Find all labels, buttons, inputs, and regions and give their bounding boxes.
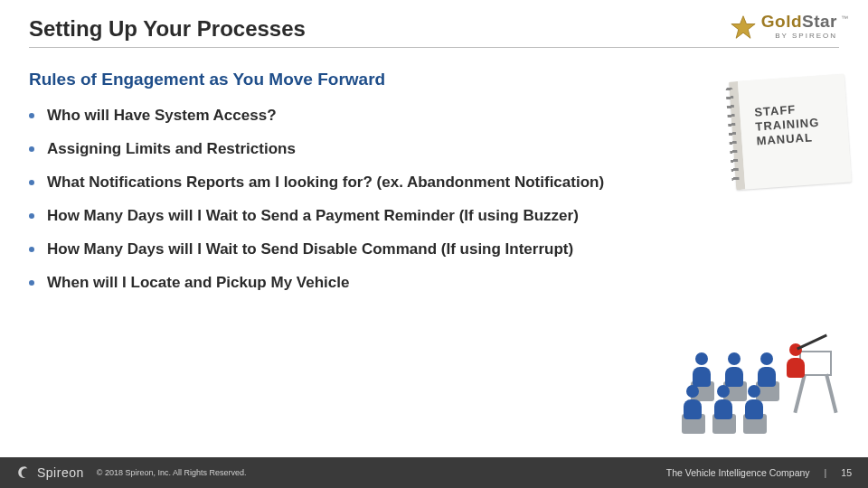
- manual-label: MANUAL: [756, 130, 813, 147]
- bullet-icon: [29, 113, 34, 118]
- slide-title: Setting Up Your Processes: [29, 16, 839, 42]
- list-item: What Notifications Reports am I looking …: [29, 173, 839, 193]
- bullet-text: Assigning Limits and Restrictions: [47, 139, 296, 160]
- svg-marker-0: [731, 16, 755, 39]
- bullet-icon: [29, 180, 34, 185]
- person-icon: [756, 352, 778, 392]
- bullet-text: What Notifications Reports am I looking …: [47, 173, 604, 193]
- footer-separator: |: [825, 467, 827, 478]
- bullet-list: Who will Have System Access? Assigning L…: [29, 106, 839, 294]
- bullet-icon: [29, 280, 34, 286]
- header-divider: [29, 47, 839, 48]
- footer: Spireon © 2018 Spireon, Inc. All Rights …: [0, 457, 868, 488]
- bullet-text: How Many Days will I Wait to Send Disabl…: [47, 239, 573, 260]
- list-item: How Many Days will I Wait to Send a Paym…: [29, 206, 839, 227]
- brand-wordmark: GoldStar: [761, 13, 837, 30]
- classroom-image: [676, 296, 848, 441]
- list-item: Who will Have System Access?: [29, 106, 839, 127]
- header: Setting Up Your Processes GoldStar BY SP…: [0, 0, 868, 55]
- list-item: Assigning Limits and Restrictions: [29, 139, 839, 160]
- brand-byline: BY SPIREON: [761, 33, 837, 40]
- footer-brand: Spireon: [37, 465, 84, 480]
- bullet-icon: [29, 213, 34, 219]
- star-icon: [731, 14, 756, 40]
- training-manual-image: STAFF TRAINING MANUAL: [729, 74, 852, 191]
- page-number: 15: [841, 467, 852, 478]
- bullet-text: When will I Locate and Pickup My Vehicle: [47, 273, 349, 294]
- bullet-icon: [29, 247, 34, 252]
- slide: Setting Up Your Processes GoldStar BY SP…: [0, 0, 868, 488]
- person-icon: [723, 352, 745, 392]
- trademark-symbol: ™: [841, 14, 848, 23]
- list-item: When will I Locate and Pickup My Vehicle: [29, 273, 839, 294]
- bullet-icon: [29, 146, 34, 152]
- bullet-text: How Many Days will I Wait to Send a Paym…: [47, 206, 579, 227]
- brand-logo: GoldStar BY SPIREON ™: [731, 13, 848, 40]
- bullet-text: Who will Have System Access?: [47, 106, 277, 127]
- footer-tagline: The Vehicle Intelligence Company: [666, 467, 810, 478]
- section-subtitle: Rules of Engagement as You Move Forward: [29, 70, 839, 89]
- copyright-text: © 2018 Spireon, Inc. All Rights Reserved…: [97, 468, 247, 477]
- swirl-icon: [16, 465, 33, 481]
- pointer-icon: [797, 334, 827, 351]
- presenter-icon: [785, 343, 807, 383]
- footer-logo: Spireon: [16, 465, 84, 481]
- person-icon: [691, 352, 712, 392]
- list-item: How Many Days will I Wait to Send Disabl…: [29, 239, 839, 260]
